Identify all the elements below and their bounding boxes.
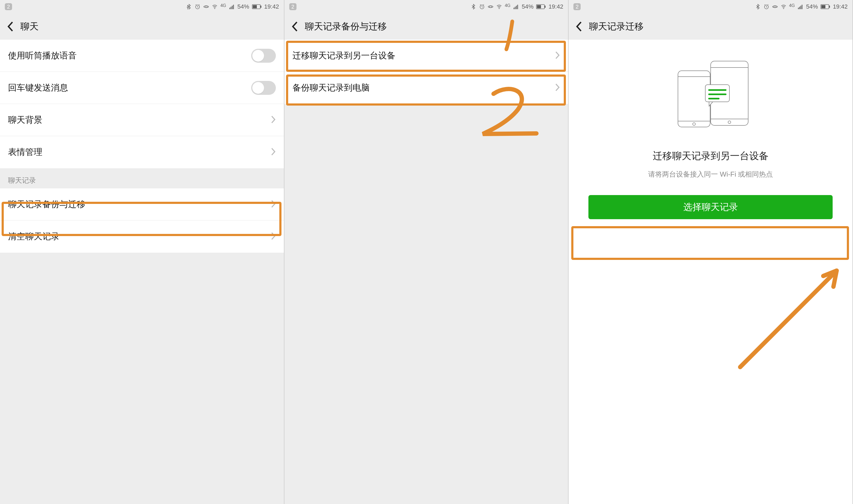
- svg-rect-9: [253, 5, 257, 8]
- cell-label: 清空聊天记录: [8, 231, 59, 242]
- battery-icon: [821, 4, 830, 10]
- svg-rect-16: [517, 5, 518, 9]
- page-title: 聊天记录备份与迁移: [305, 20, 387, 33]
- cell-label: 回车键发送消息: [8, 82, 68, 94]
- svg-point-2: [214, 8, 215, 9]
- eye-protect-icon: [487, 4, 494, 10]
- cell-label: 聊天背景: [8, 114, 42, 126]
- svg-rect-24: [799, 7, 800, 9]
- page-title: 聊天: [20, 20, 39, 33]
- notification-count-badge: 2: [289, 3, 297, 10]
- chevron-left-icon: [575, 21, 582, 32]
- alarm-icon: [195, 4, 200, 10]
- bluetooth-icon: [755, 4, 761, 10]
- chevron-right-icon: [271, 232, 276, 241]
- option-backup-to-pc[interactable]: 备份聊天记录到电脑: [284, 72, 568, 104]
- notification-count-badge: 2: [573, 3, 581, 10]
- network-type-label: 4G: [505, 3, 510, 8]
- wifi-icon: [781, 4, 786, 10]
- svg-rect-28: [829, 6, 830, 8]
- svg-point-12: [499, 8, 500, 9]
- network-type-label: 4G: [220, 3, 226, 8]
- screen-migrate: 2 4G 54% 19:42 聊天记录迁移: [569, 0, 853, 504]
- nav-bar: 聊天记录备份与迁移: [284, 13, 568, 40]
- eye-protect-icon: [772, 4, 778, 10]
- nav-bar: 聊天: [0, 13, 284, 40]
- migrate-heading: 迁移聊天记录到另一台设备: [653, 149, 768, 163]
- setting-clear-history[interactable]: 清空聊天记录: [0, 220, 284, 253]
- bluetooth-icon: [186, 4, 192, 10]
- battery-icon: [536, 4, 546, 10]
- migrate-content: 迁移聊天记录到另一台设备 请将两台设备接入同一 Wi-Fi 或相同热点 选择聊天…: [569, 40, 852, 504]
- two-phones-illustration-icon: [665, 56, 756, 131]
- alarm-icon: [479, 4, 485, 10]
- cell-label: 聊天记录备份与迁移: [8, 199, 85, 210]
- chevron-right-icon: [271, 200, 276, 209]
- svg-rect-18: [545, 6, 546, 8]
- alarm-icon: [763, 4, 769, 10]
- chevron-right-icon: [271, 115, 276, 125]
- clock-time: 19:42: [264, 3, 279, 10]
- network-type-label: 4G: [789, 3, 795, 8]
- toggle-switch[interactable]: [251, 49, 276, 63]
- chevron-left-icon: [7, 21, 14, 32]
- wifi-icon: [212, 4, 218, 10]
- svg-rect-29: [821, 5, 825, 8]
- battery-icon: [252, 4, 262, 10]
- cell-label: 备份聊天记录到电脑: [292, 82, 370, 94]
- svg-rect-4: [231, 7, 231, 9]
- svg-point-11: [490, 6, 491, 7]
- svg-rect-8: [261, 6, 261, 8]
- clock-time: 19:42: [549, 3, 563, 10]
- setting-enter-send[interactable]: 回车键发送消息: [0, 72, 284, 104]
- setting-chat-background[interactable]: 聊天背景: [0, 104, 284, 136]
- signal-icon: [513, 4, 519, 10]
- back-button[interactable]: [5, 21, 16, 32]
- battery-percent: 54%: [522, 3, 533, 10]
- setting-backup-migrate[interactable]: 聊天记录备份与迁移: [0, 188, 284, 220]
- svg-rect-26: [801, 5, 802, 9]
- setting-earpiece-playback[interactable]: 使用听筒播放语音: [0, 40, 284, 72]
- options-group: 迁移聊天记录到另一台设备 备份聊天记录到电脑: [284, 40, 568, 104]
- bluetooth-icon: [470, 4, 476, 10]
- toggle-switch[interactable]: [251, 81, 276, 95]
- wifi-icon: [496, 4, 502, 10]
- svg-rect-5: [232, 6, 233, 9]
- migrate-subtext: 请将两台设备接入同一 Wi-Fi 或相同热点: [648, 169, 773, 179]
- settings-group-1: 使用听筒播放语音 回车键发送消息 聊天背景 表情管理: [0, 40, 284, 168]
- cell-label: 表情管理: [8, 146, 42, 158]
- back-button[interactable]: [573, 21, 584, 32]
- signal-icon: [229, 4, 235, 10]
- svg-rect-15: [516, 6, 517, 9]
- status-bar: 2 4G 54% 19:42: [569, 0, 852, 13]
- chevron-right-icon: [555, 51, 560, 60]
- status-bar: 2 4G 54% 19:42: [284, 0, 568, 13]
- svg-point-21: [774, 6, 776, 7]
- svg-point-22: [783, 8, 784, 9]
- eye-protect-icon: [203, 4, 209, 10]
- nav-bar: 聊天记录迁移: [569, 13, 852, 40]
- cell-label: 使用听筒播放语音: [8, 50, 77, 61]
- notification-count-badge: 2: [5, 3, 12, 10]
- svg-rect-3: [229, 8, 230, 9]
- battery-percent: 54%: [237, 3, 249, 10]
- svg-point-1: [205, 6, 207, 7]
- back-button[interactable]: [289, 21, 300, 32]
- svg-rect-14: [515, 7, 516, 9]
- select-chat-history-button[interactable]: 选择聊天记录: [588, 195, 832, 219]
- svg-rect-19: [537, 5, 541, 8]
- page-title: 聊天记录迁移: [589, 20, 644, 33]
- svg-rect-25: [800, 6, 801, 9]
- settings-group-2: 聊天记录备份与迁移 清空聊天记录: [0, 188, 284, 253]
- chevron-left-icon: [291, 21, 298, 32]
- svg-rect-23: [798, 8, 799, 9]
- battery-percent: 54%: [806, 3, 818, 10]
- svg-rect-6: [233, 5, 234, 9]
- screen-chat-settings: 2 4G 54% 19:42 聊天 使用听筒播放语音 回车键发送消息: [0, 0, 284, 504]
- section-header-chat-history: 聊天记录: [0, 168, 284, 188]
- chevron-right-icon: [555, 83, 560, 92]
- chevron-right-icon: [271, 148, 276, 157]
- status-bar: 2 4G 54% 19:42: [0, 0, 284, 13]
- option-migrate-to-device[interactable]: 迁移聊天记录到另一台设备: [284, 40, 568, 72]
- setting-sticker-management[interactable]: 表情管理: [0, 136, 284, 168]
